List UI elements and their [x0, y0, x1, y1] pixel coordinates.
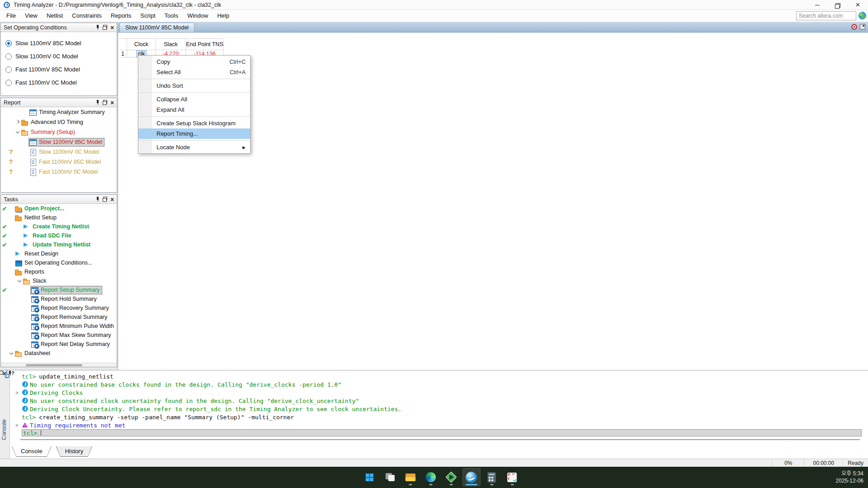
tree-item[interactable]: Report Max Skew Summary [1, 331, 117, 340]
tree-item[interactable]: Slack [1, 276, 117, 285]
operating-condition-option[interactable]: Fast 1100mV 0C Model [1, 76, 117, 89]
horizontal-scrollbar[interactable] [1, 363, 117, 367]
tree-item[interactable]: Report Setup Summary [1, 285, 117, 294]
expander-icon[interactable] [8, 350, 14, 356]
tree-item[interactable]: Slow 1100mV 0C Model [1, 147, 117, 157]
float-icon[interactable] [102, 24, 108, 30]
close-icon[interactable] [109, 99, 115, 105]
tree-item[interactable]: Slow 1100mV 85C Model [1, 137, 117, 147]
context-menu-item[interactable]: Report Timing... [138, 128, 250, 139]
minimize-button[interactable] [807, 0, 827, 10]
close-icon[interactable] [109, 24, 115, 30]
close-button[interactable] [848, 0, 868, 10]
close-report-icon[interactable] [851, 24, 857, 30]
tree-item[interactable]: Reports [1, 267, 117, 276]
pin-icon[interactable] [95, 196, 101, 202]
expander-icon[interactable] [24, 332, 31, 338]
menu-item-window[interactable]: Window [183, 10, 213, 22]
menu-item-script[interactable]: Script [136, 10, 160, 22]
expander-icon[interactable] [8, 205, 14, 212]
float-icon[interactable] [102, 99, 108, 105]
column-header-slack[interactable]: Slack [156, 38, 186, 50]
media-player-icon[interactable] [442, 468, 460, 486]
tree-item[interactable]: Report Hold Summary [1, 294, 117, 303]
expander-icon[interactable] [24, 296, 31, 302]
operating-condition-option[interactable]: Fast 1100mV 85C Model [1, 63, 117, 76]
menu-item-file[interactable]: File [2, 10, 20, 22]
expander-icon[interactable] [16, 232, 23, 239]
expand-icon[interactable]: > [15, 422, 22, 428]
expander-icon[interactable] [23, 159, 29, 165]
expander-icon[interactable] [23, 109, 29, 115]
tree-item[interactable]: Update Timing Netlist [1, 240, 117, 249]
context-menu-item[interactable]: Select All Ctrl+A [138, 67, 250, 77]
document-tab[interactable]: Slow 1100mV 85C Model [119, 23, 194, 32]
pin-icon[interactable] [95, 99, 101, 105]
tree-item[interactable]: Set Operating Conditions... [1, 258, 117, 267]
tree-item[interactable]: Advanced I/O Timing [1, 117, 117, 127]
tree-item[interactable]: Fast 1100mV 85C Model [1, 157, 117, 167]
menu-item-tools[interactable]: Tools [160, 10, 183, 22]
column-header-tns[interactable]: End Point TNS [186, 38, 224, 50]
column-header-clock[interactable]: Clock [127, 38, 156, 50]
radio-icon[interactable] [5, 80, 12, 86]
expander-icon[interactable] [24, 305, 31, 311]
snipping-tool-icon[interactable] [503, 468, 521, 486]
tree-item[interactable]: Report Minimum Pulse Width [1, 322, 117, 331]
expander-icon[interactable] [8, 260, 14, 266]
windows-start-icon[interactable] [360, 468, 379, 486]
file-explorer-icon[interactable] [401, 468, 419, 486]
tree-item[interactable]: Fast 1100mV 0C Model [1, 167, 117, 177]
context-menu-item[interactable]: Locate Node ▶ [138, 142, 250, 152]
close-icon[interactable] [109, 196, 115, 202]
expander-icon[interactable] [24, 341, 31, 347]
tree-item[interactable]: Open Project... [1, 204, 117, 213]
expander-icon[interactable] [8, 251, 14, 257]
tree-item[interactable]: Report Net Delay Summary [1, 340, 117, 349]
expander-icon[interactable] [23, 149, 29, 155]
expander-icon[interactable] [16, 223, 23, 230]
globe-icon[interactable] [859, 12, 866, 19]
expander-icon[interactable] [23, 139, 29, 145]
menu-item-help[interactable]: Help [213, 10, 234, 22]
tree-item[interactable]: Netlist Setup [1, 213, 117, 222]
expander-icon[interactable] [8, 214, 14, 221]
scrollbar-thumb[interactable] [26, 364, 82, 366]
expander-icon[interactable] [8, 269, 14, 275]
context-menu-item[interactable]: Copy Ctrl+C [138, 57, 250, 67]
tree-item[interactable]: Report Removal Summary [1, 313, 117, 322]
tree-item[interactable]: Create Timing Netlist [1, 222, 117, 231]
operating-condition-option[interactable]: Slow 1100mV 85C Model [1, 37, 117, 50]
expander-icon[interactable] [23, 169, 29, 175]
operating-condition-option[interactable]: Slow 1100mV 0C Model [1, 50, 117, 63]
tree-item[interactable]: Report Recovery Summary [1, 303, 117, 313]
expander-icon[interactable] [24, 287, 31, 293]
detach-panel-icon[interactable] [860, 24, 865, 29]
expander-icon[interactable] [16, 242, 23, 248]
context-menu-item[interactable]: Undo Sort [138, 81, 250, 91]
quartus-timing-analyzer-icon[interactable] [462, 468, 480, 486]
expand-icon[interactable]: > [15, 390, 22, 395]
menu-item-netlist[interactable]: Netlist [42, 10, 67, 22]
expander-icon[interactable] [16, 278, 23, 284]
console-tab-console[interactable]: Console [12, 446, 52, 457]
tree-item[interactable]: Summary (Setup) [1, 127, 117, 137]
context-menu-item[interactable]: Collapse All [138, 94, 250, 104]
tree-item[interactable]: Reset Design [1, 249, 117, 258]
tree-item[interactable]: Read SDC File [1, 231, 117, 240]
pin-icon[interactable] [95, 24, 101, 30]
taskbar-clock[interactable]: 오후 5:34 2025-12-06 [836, 470, 863, 484]
task-view-icon[interactable] [381, 468, 399, 486]
expander-icon[interactable] [14, 119, 21, 125]
menu-item-view[interactable]: View [20, 10, 42, 22]
tree-item[interactable]: Timing Analyzer Summary [1, 107, 117, 117]
tree-item[interactable]: Datasheet [1, 349, 117, 358]
menu-item-constraints[interactable]: Constraints [67, 10, 106, 22]
expander-icon[interactable] [14, 129, 21, 135]
context-menu-item[interactable]: Create Setup Slack Histogram [138, 118, 250, 128]
expander-icon[interactable] [24, 323, 31, 329]
context-menu-item[interactable]: Expand All [138, 104, 250, 115]
radio-icon[interactable] [5, 66, 12, 73]
radio-icon[interactable] [5, 40, 12, 47]
expander-icon[interactable] [24, 314, 31, 320]
